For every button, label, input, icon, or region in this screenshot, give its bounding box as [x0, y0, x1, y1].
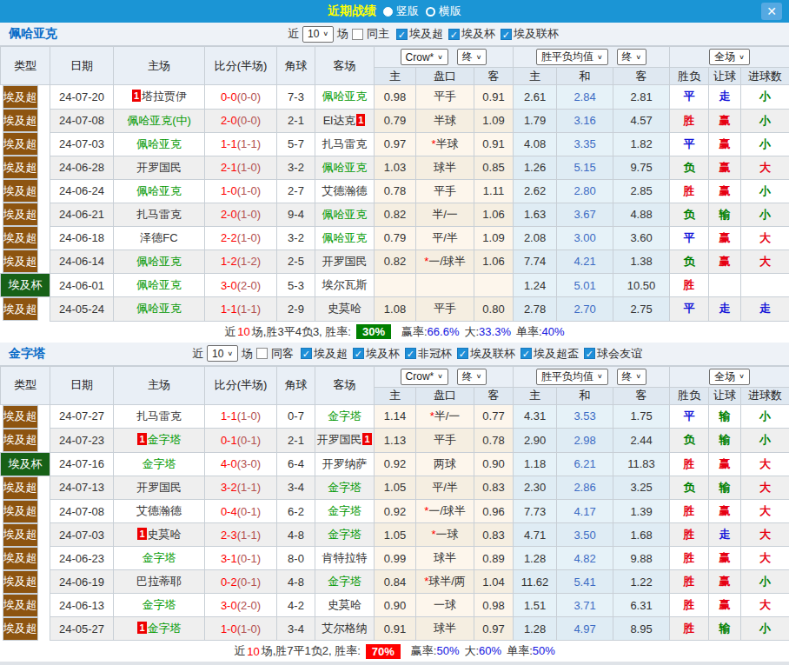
fulltime-score: 3-1	[221, 552, 237, 565]
filter-bar: 近 10 ∨ 场 同主 ✓埃及超✓埃及杯✓埃及联杯	[288, 26, 559, 43]
home-team-cell: 金字塔	[114, 547, 205, 570]
handicap-result-cell: 输	[709, 429, 741, 453]
corner-cell: 2-1	[277, 109, 315, 132]
col-avg-away: 客	[613, 387, 670, 404]
away-team-cell: 艾德瀚德	[315, 179, 375, 203]
match-type-cell: 埃及超	[3, 179, 38, 203]
match-type-cell: 埃及超	[3, 523, 38, 547]
checkbox-checked-icon[interactable]: ✓	[301, 348, 312, 359]
result-cell: 负	[670, 203, 709, 226]
recent-count-dropdown[interactable]: 10 ∨	[207, 345, 238, 362]
checkbox-checked-icon[interactable]: ✓	[501, 29, 512, 40]
home-team-cell: 开罗国民	[114, 156, 205, 179]
final-odds-dropdown[interactable]: 终∨	[457, 369, 487, 385]
away-team-cell: 佩哈亚克	[315, 226, 375, 250]
col-odds-away: 客	[474, 68, 514, 85]
avg-lose-cell: 2.44	[613, 429, 670, 453]
match-date-cell: 24-06-28	[50, 156, 114, 179]
handicap-cell: 平手	[416, 429, 474, 453]
match-date-cell: 24-07-03	[50, 523, 114, 547]
away-team-cell: 金字塔	[315, 476, 375, 500]
checkbox-checked-icon[interactable]: ✓	[457, 348, 468, 359]
final-avg-dropdown[interactable]: 终∨	[617, 369, 647, 385]
avg-lose-cell: 2.81	[613, 85, 670, 110]
score-cell: 1-1(1-0)	[205, 404, 277, 429]
goals-result-cell: 小	[741, 404, 789, 429]
layout-radio-vertical[interactable]: 竖版	[383, 3, 419, 19]
avg-win-cell: 2.90	[514, 429, 557, 453]
checkbox-checked-icon[interactable]: ✓	[353, 348, 364, 359]
fulltime-score: 0-4	[221, 505, 237, 518]
result-cell: 平	[670, 226, 709, 250]
scope-dropdown[interactable]: 全场∨	[709, 369, 750, 385]
match-type-cell: 埃及杯	[1, 274, 50, 297]
away-odds-cell: 0.85	[474, 156, 514, 179]
checkbox-checked-icon[interactable]: ✓	[584, 348, 595, 359]
home-team-cell: 佩哈亚克	[114, 132, 205, 156]
score-cell: 0-0(0-0)	[205, 85, 277, 110]
odds-source-dropdown[interactable]: Crow*∨	[401, 49, 448, 65]
away-team-cell: El达克1	[315, 109, 375, 132]
goals-result-cell: 大	[741, 226, 789, 250]
chevron-down-icon: ∨	[739, 373, 745, 380]
score-cell: 3-1(0-1)	[205, 547, 277, 570]
odds-source-dropdown[interactable]: Crow*∨	[401, 369, 448, 385]
avg-lose-cell: 8.95	[613, 617, 670, 641]
avg-draw-cell: 4.21	[557, 250, 613, 274]
summary-stats: 赢率:66.6%大:33.3%单率:40%	[396, 324, 565, 340]
team-label: 史莫哈	[328, 302, 361, 315]
final-avg-dropdown[interactable]: 终∨	[617, 49, 647, 65]
team-name: 佩哈亚克	[9, 26, 57, 42]
handicap-cell: 半/一	[416, 203, 474, 226]
final-odds-dropdown[interactable]: 终∨	[457, 49, 487, 65]
corner-cell: 9-4	[277, 203, 315, 226]
corner-cell: 4-2	[277, 594, 315, 617]
avg-odds-dropdown[interactable]: 胜平负均值∨	[536, 49, 608, 65]
checkbox-checked-icon[interactable]: ✓	[520, 348, 532, 359]
table-row: 埃及超24-06-14佩哈亚克1-2(1-2)2-5开罗国民0.82*一/球半1…	[1, 250, 789, 274]
corner-cell: 8-0	[277, 547, 315, 570]
away-odds-cell: 0.89	[474, 547, 514, 570]
close-button[interactable]: ✕	[761, 3, 782, 20]
home-team-cell: 艾德瀚德	[114, 500, 205, 523]
away-odds-cell: 1.11	[474, 179, 514, 203]
layout-radio-horizontal[interactable]: 横版	[426, 3, 461, 19]
handicap-result-cell: 输	[709, 404, 741, 429]
checkbox-checked-icon[interactable]: ✓	[405, 348, 416, 359]
team-label: 开罗国民	[322, 255, 368, 268]
handicap-result-cell: 赢	[709, 594, 741, 617]
result-cell: 胜	[670, 109, 709, 132]
team-label: 艾尔格纳	[322, 622, 368, 635]
goals-result-cell: 大	[741, 452, 789, 476]
fulltime-score: 1-1	[221, 137, 237, 150]
avg-lose-cell: 2.75	[613, 297, 670, 322]
avg-draw-cell: 4.97	[557, 617, 613, 641]
same-venue-checkbox[interactable]	[352, 29, 363, 40]
away-team-cell: 开罗纳萨	[315, 452, 375, 476]
home-odds-cell: 0.79	[375, 226, 416, 250]
scope-dropdown[interactable]: 全场∨	[709, 49, 750, 65]
chevron-down-icon: ∨	[322, 30, 328, 37]
home-team-cell: 佩哈亚克(中)	[114, 109, 205, 132]
result-cell: 胜	[670, 570, 709, 594]
checkbox-checked-icon[interactable]: ✓	[396, 29, 408, 40]
league-filter: ✓埃及联杯	[457, 346, 515, 362]
chevron-down-icon: ∨	[636, 54, 642, 61]
summary-lead: 近	[224, 324, 235, 340]
result-cell: 胜	[670, 523, 709, 547]
chevron-down-icon: ∨	[437, 54, 443, 61]
away-odds-cell: 0.90	[474, 452, 514, 476]
league-filter-label: 埃及超	[409, 26, 443, 42]
same-venue-checkbox[interactable]	[256, 348, 268, 359]
recent-count-dropdown[interactable]: 10 ∨	[302, 26, 334, 43]
checkbox-checked-icon[interactable]: ✓	[448, 29, 460, 40]
avg-odds-dropdown[interactable]: 胜平负均值∨	[536, 369, 608, 385]
away-team-cell: 金字塔	[315, 570, 375, 594]
result-cell: 胜	[670, 617, 709, 641]
handicap-result-cell	[709, 274, 741, 297]
corner-cell: 2-7	[277, 179, 315, 203]
score-cell: 1-1(1-1)	[205, 132, 277, 156]
home-odds-cell: 1.05	[375, 523, 416, 547]
fulltime-score: 1-1	[221, 303, 237, 316]
avg-win-cell: 1.63	[514, 203, 557, 226]
